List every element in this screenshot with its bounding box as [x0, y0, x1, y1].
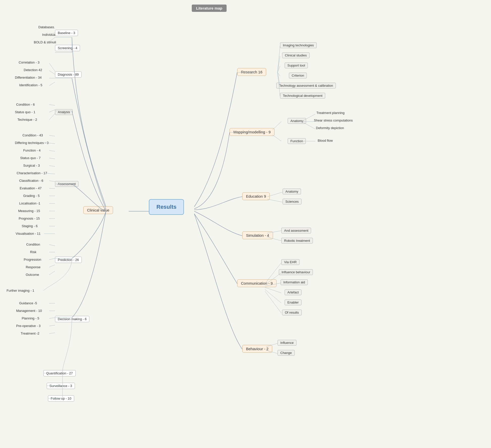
svg-line-23	[49, 181, 55, 182]
node-pred-progression: Progression	[23, 257, 42, 262]
svg-line-70	[265, 289, 281, 303]
svg-line-15	[49, 113, 55, 120]
node-databases: Databases	[37, 25, 55, 29]
svg-line-11	[49, 82, 55, 86]
svg-line-21	[49, 166, 55, 166]
node-of-results: Of results	[282, 310, 302, 315]
svg-line-35	[49, 265, 55, 267]
node-influence-behaviour: Influence behaviour	[279, 269, 313, 275]
node-staging6: Staging - 6	[21, 224, 39, 228]
node-change: Change	[278, 350, 295, 356]
svg-line-20	[49, 158, 55, 159]
node-mapping[interactable]: Mapping/modelling - 9	[230, 128, 275, 136]
node-technique2: Technique - 2	[16, 117, 38, 122]
node-decision-making[interactable]: Decision making - 6	[55, 316, 89, 322]
svg-line-34	[49, 258, 55, 260]
node-statusquo1: Status quo - 1	[14, 110, 36, 114]
node-treatment-planning: Treatment planning	[315, 110, 346, 115]
node-via-ehr: Via EHR	[281, 259, 299, 265]
node-condition43: Condition - 43	[21, 133, 44, 138]
svg-line-13	[49, 105, 55, 105]
svg-line-32	[49, 245, 55, 246]
node-communication[interactable]: Communication - 9	[237, 279, 277, 287]
center-node[interactable]: Results	[149, 199, 184, 215]
node-differentiation34: Differentiation - 34	[14, 75, 43, 80]
canvas: Literature map Results Clinical value Da…	[0, 0, 491, 448]
node-pred-response: Response	[25, 265, 42, 270]
node-influence: Influence	[278, 340, 296, 346]
node-imaging-tech: Imaging technologies	[280, 42, 317, 48]
node-further-imaging: Further imaging - 1	[6, 288, 35, 293]
node-deformity: Deformity depiction	[315, 126, 345, 130]
node-tech-development: Technological development	[280, 93, 325, 99]
node-guidance5: Guidance -5	[18, 301, 38, 306]
node-correlation3: Correlation - 3	[18, 60, 40, 65]
node-individual: Individual	[41, 32, 57, 37]
page-title: Literature map	[192, 5, 227, 12]
node-preoperative3: Pre-operative - 3	[15, 323, 42, 328]
node-enabler: Enabler	[285, 300, 302, 305]
svg-line-71	[265, 291, 281, 313]
node-condition6: Condition - 6	[15, 102, 36, 107]
svg-line-69	[265, 287, 281, 293]
node-diagnosis[interactable]: Diagnosis - 89	[55, 71, 81, 78]
node-function-sub: Function	[288, 138, 306, 144]
node-statusquo7: Status quo - 7	[19, 156, 42, 160]
node-characterisation17: Characterisation - 17	[16, 171, 48, 175]
svg-line-14	[49, 110, 55, 112]
svg-line-51	[278, 66, 280, 72]
svg-line-24	[49, 188, 55, 189]
node-treatment2: Treatment -2	[20, 331, 40, 336]
node-screening[interactable]: Screening - 4	[55, 45, 80, 51]
node-visualisation11: Visualisation - 11	[15, 231, 42, 236]
node-edu-anatomy: Anatomy	[283, 189, 301, 194]
node-blood-flow: Blood flow	[317, 138, 334, 143]
node-evaluation47: Evaluation - 47	[19, 186, 43, 191]
node-quantification[interactable]: Quantification - 27	[43, 370, 76, 376]
node-pred-risk: Risk	[29, 250, 37, 254]
svg-line-41	[49, 325, 55, 326]
node-research[interactable]: Research 16	[237, 68, 266, 76]
node-shear-stress: Shear stress computations	[313, 118, 354, 123]
node-classification6: Classification - 6	[18, 178, 44, 183]
svg-line-17	[49, 135, 55, 136]
svg-line-49	[278, 46, 280, 72]
node-surgical3: Surgical - 3	[22, 163, 41, 168]
node-prognosis15: Prognosis - 15	[18, 216, 41, 221]
node-assessment[interactable]: Assessment	[55, 181, 78, 187]
node-identification5: Identification - 5	[18, 83, 43, 87]
node-measuring15: Measuring - 15	[17, 208, 41, 213]
node-simulation[interactable]: Simulation - 4	[242, 231, 273, 239]
node-pred-condition: Condition	[25, 242, 41, 247]
node-baseline[interactable]: Baseline - 3	[55, 30, 78, 36]
node-behaviour[interactable]: Behaviour - 2	[242, 345, 272, 353]
node-information-aid: Information aid	[281, 279, 308, 285]
node-analysis[interactable]: Analysis	[55, 109, 73, 115]
clinical-value-node[interactable]: Clinical value	[83, 206, 113, 214]
svg-line-50	[278, 56, 280, 72]
svg-line-36	[49, 271, 55, 275]
node-surveillance[interactable]: Surveillance - 3	[47, 383, 75, 389]
node-prediction[interactable]: Prediction - 26	[55, 257, 82, 263]
node-management10: Management - 10	[15, 308, 43, 313]
svg-line-8	[49, 63, 55, 71]
svg-line-42	[49, 333, 55, 334]
node-support-tool: Support tool	[285, 63, 308, 68]
svg-line-19	[49, 151, 55, 151]
node-tech-assessment: Technology assessment & calibration	[276, 83, 336, 88]
node-artefact: Artefact	[285, 289, 302, 295]
node-robotic-treatment: Robotic treatment	[281, 238, 313, 244]
node-localisation1: Localisation -1	[18, 201, 41, 206]
node-follow-up[interactable]: Follow up - 10	[48, 395, 74, 402]
node-education[interactable]: Education 9	[242, 192, 270, 200]
node-pred-outcome: Outcome	[25, 272, 40, 277]
svg-line-40	[49, 318, 55, 318]
node-detection42: Detection 42	[23, 68, 43, 72]
node-grading5: Grading - 5	[22, 193, 41, 198]
svg-line-52	[278, 72, 280, 76]
node-anatomy-sub: Anatomy	[288, 118, 306, 124]
node-criterion: Criterion	[289, 73, 307, 78]
node-difftech3: Differing techniques - 3	[14, 140, 49, 145]
node-edu-sciences: Sciences	[283, 199, 302, 204]
node-and-assessment: And assessment	[281, 228, 311, 233]
